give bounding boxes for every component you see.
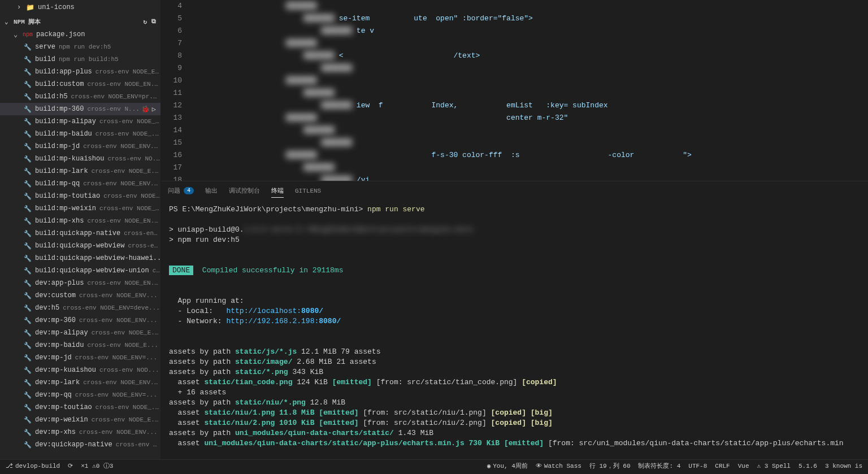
script-build:quickapp-webview[interactable]: 🔧build:quickapp-webviewcross-en... (0, 240, 160, 252)
statusbar: ⎇ devlop-build ⟳ ×1 ⚠0 ⓘ3 ◉ You, 4周前 👁 W… (0, 459, 868, 472)
script-dev:mp-toutiao[interactable]: 🔧dev:mp-toutiaocross-env NODE_... (0, 401, 160, 414)
wrench-icon: 🔧 (24, 143, 32, 150)
debug-icon[interactable]: 🐞 (141, 105, 150, 114)
wrench-icon: 🔧 (24, 155, 32, 163)
script-dev:h5[interactable]: 🔧dev:h5cross-env NODE_ENV=deve... (0, 302, 160, 314)
script-build:mp-kuaishou[interactable]: 🔧build:mp-kuaishoucross-env NO... (0, 153, 160, 165)
script-dev:mp-360[interactable]: 🔧dev:mp-360cross-env NODE_ENV... (0, 314, 160, 327)
wrench-icon: 🔧 (24, 329, 32, 337)
folder-icon: 📁 (26, 3, 34, 12)
script-build:mp-baidu[interactable]: 🔧build:mp-baiducross-env NODE_... (0, 128, 160, 140)
asset-line: asset static/niu/2.png 1010 KiB [emitted… (169, 418, 860, 428)
script-build:mp-qq[interactable]: 🔧build:mp-qqcross-env NODE_ENV... (0, 177, 160, 190)
script-build:mp-lark[interactable]: 🔧build:mp-larkcross-env NODE_E... (0, 165, 160, 177)
script-dev:custom[interactable]: 🔧dev:customcross-env NODE_ENV... (0, 289, 160, 302)
collapse-icon[interactable]: ⧉ (151, 18, 156, 25)
script-dev:quickapp-native[interactable]: 🔧dev:quickapp-nativecross-env N... (0, 438, 160, 451)
script-build:app-plus[interactable]: 🔧build:app-pluscross-env NODE_E... (0, 66, 160, 78)
asset-line: + 16 assets (169, 388, 860, 398)
script-dev:mp-weixin[interactable]: 🔧dev:mp-weixincross-env NODE_E... (0, 414, 160, 426)
asset-line: assets by path uni_modules/qiun-data-cha… (169, 428, 860, 438)
wrench-icon: 🔧 (24, 441, 32, 449)
script-build:mp-360[interactable]: 🔧build:mp-360cross-env N...🐞 ▷ (0, 103, 160, 115)
tab-gitlens[interactable]: GITLENS (295, 185, 321, 197)
package-json-item[interactable]: ⌄ npm package.json (0, 28, 160, 41)
script-build:quickapp-webview-huawei...[interactable]: 🔧build:quickapp-webview-huawei... (0, 252, 160, 264)
wrench-icon: 🔧 (24, 292, 32, 299)
wrench-icon: 🔧 (24, 81, 32, 88)
script-dev:mp-lark[interactable]: 🔧dev:mp-larkcross-env NODE_ENV... (0, 376, 160, 389)
script-build:mp-weixin[interactable]: 🔧build:mp-weixincross-env NODE_... (0, 202, 160, 215)
cursor-position[interactable]: 行 19，列 60 (589, 462, 631, 470)
folder-label: uni-icons (38, 3, 75, 11)
terminal-output[interactable]: PS E:\MengZhuKeJiWork\projects\mengzhu-m… (161, 200, 868, 459)
folder-uni-icons[interactable]: › 📁 uni-icons (0, 1, 160, 14)
known-issues[interactable]: 3 known is (825, 463, 862, 469)
tab-terminal[interactable]: 终端 (271, 184, 284, 198)
sidebar: › 📁 uni-icons ⌄ NPM 脚本 ↻ ⧉ ⌄ npm package… (0, 0, 161, 459)
spell-check[interactable]: ⚠ 3 Spell (757, 462, 791, 469)
run-icon[interactable]: ▷ (152, 105, 156, 114)
wrench-icon: 🔧 (24, 56, 32, 63)
asset-line: asset static/niu/1.png 11.8 MiB [emitted… (169, 408, 860, 418)
script-build:quickapp-native[interactable]: 🔧build:quickapp-nativecross-en ... (0, 227, 160, 240)
script-dev:app-plus[interactable]: 🔧dev:app-pluscross-env NODE_EN... (0, 277, 160, 289)
problems-badge: 4 (184, 187, 194, 194)
editor-area: 456789101112131415161718 ███████ ███████… (161, 0, 868, 459)
script-build:quickapp-webview-union[interactable]: 🔧build:quickapp-webview-unionc... (0, 264, 160, 277)
script-build:mp-xhs[interactable]: 🔧build:mp-xhscross-env NODE_EN... (0, 215, 160, 227)
code-editor[interactable]: ███████ ███████ se-item ute open" :borde… (192, 0, 868, 181)
script-build:custom[interactable]: 🔧build:customcross-env NODE_EN... (0, 78, 160, 90)
script-dev:mp-baidu[interactable]: 🔧dev:mp-baiducross-env NODE_E... (0, 339, 160, 351)
asset-line: asset uni_modules/qiun-data-charts/stati… (169, 438, 860, 449)
chevron-down-icon: ⌄ (14, 31, 20, 39)
script-serve[interactable]: 🔧servenpm run dev:h5 (0, 41, 160, 53)
branch-indicator[interactable]: ⎇ devlop-build (6, 462, 60, 469)
wrench-icon: 🔧 (24, 280, 32, 287)
script-build:mp-alipay[interactable]: 🔧build:mp-alipaycross-env NODE_... (0, 115, 160, 128)
script-build:h5[interactable]: 🔧build:h5cross-env NODE_ENV=pr... (0, 90, 160, 103)
wrench-icon: 🔧 (24, 354, 32, 362)
wrench-icon: 🔧 (24, 379, 32, 386)
wrench-icon: 🔧 (24, 367, 32, 374)
git-blame[interactable]: ◉ You, 4周前 (487, 462, 528, 470)
script-build[interactable]: 🔧buildnpm run build:h5 (0, 53, 160, 66)
script-dev:mp-xhs[interactable]: 🔧dev:mp-xhscross-env NODE_ENV... (0, 426, 160, 438)
tab-debug[interactable]: 调试控制台 (229, 184, 260, 197)
script-dev:mp-alipay[interactable]: 🔧dev:mp-alipaycross-env NODE_E... (0, 327, 160, 339)
wrench-icon: 🔧 (24, 118, 32, 125)
npm-scripts-header[interactable]: ⌄ NPM 脚本 ↻ ⧉ (0, 15, 160, 28)
sync-icon[interactable]: ⟳ (68, 462, 73, 469)
encoding[interactable]: UTF-8 (688, 463, 707, 469)
language-mode[interactable]: Vue (738, 463, 749, 469)
eol[interactable]: CRLF (715, 463, 730, 469)
wrench-icon: 🔧 (24, 44, 32, 51)
tab-output[interactable]: 输出 (205, 184, 218, 197)
tab-size[interactable]: 制表符长度: 4 (638, 462, 680, 470)
script-dev:mp-qq[interactable]: 🔧dev:mp-qqcross-env NODE_ENV=... (0, 389, 160, 401)
wrench-icon: 🔧 (24, 68, 32, 76)
tab-problems[interactable]: 问题 4 (168, 184, 194, 197)
wrench-icon: 🔧 (24, 317, 32, 324)
wrench-icon: 🔧 (24, 267, 32, 275)
wrench-icon: 🔧 (24, 392, 32, 399)
script-dev:mp-jd[interactable]: 🔧dev:mp-jdcross-env NODE_ENV=... (0, 351, 160, 364)
script-build:mp-jd[interactable]: 🔧build:mp-jdcross-env NODE_ENV... (0, 140, 160, 153)
asset-line: assets by path static/js/*.js 12.1 MiB 7… (169, 347, 860, 357)
chevron-down-icon: ⌄ (5, 18, 11, 25)
wrench-icon: 🔧 (24, 342, 32, 349)
wrench-icon: 🔧 (24, 193, 32, 200)
wrench-icon: 🔧 (24, 230, 32, 237)
asset-line: assets by path static/*.png 343 KiB (169, 367, 860, 377)
wrench-icon: 🔧 (24, 131, 32, 138)
watch-sass[interactable]: 👁 Watch Sass (536, 462, 581, 469)
version[interactable]: 5.1.6 (798, 463, 817, 469)
script-dev:mp-kuaishou[interactable]: 🔧dev:mp-kuaishoucross-env NOD... (0, 364, 160, 376)
problems-indicator[interactable]: ×1 ⚠0 ⓘ3 (81, 462, 113, 470)
script-build:mp-toutiao[interactable]: 🔧build:mp-toutiaocross-env NODE... (0, 190, 160, 202)
refresh-icon[interactable]: ↻ (143, 18, 147, 25)
npm-icon: npm (23, 32, 33, 38)
wrench-icon: 🔧 (24, 93, 32, 101)
wrench-icon: 🔧 (24, 416, 32, 424)
section-label: NPM 脚本 (14, 18, 41, 26)
